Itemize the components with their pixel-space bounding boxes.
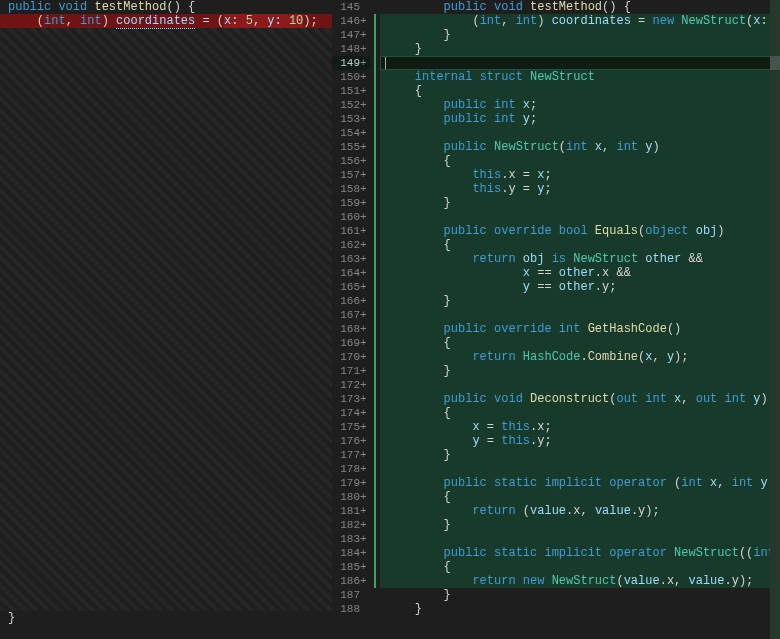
line-number[interactable]: 152+ bbox=[332, 98, 370, 112]
line-number[interactable]: 169+ bbox=[332, 336, 370, 350]
line-number[interactable]: 148+ bbox=[332, 42, 370, 56]
line-number[interactable]: 178+ bbox=[332, 462, 370, 476]
left-empty-line bbox=[0, 625, 332, 639]
added-line bbox=[380, 378, 780, 392]
diff-right-pane[interactable]: 145146+147+148+149+150+151+152+153+154+1… bbox=[332, 0, 780, 639]
diff-left-pane[interactable]: public void testMethod() { (int, int) co… bbox=[0, 0, 332, 639]
added-line: { bbox=[380, 154, 780, 168]
added-line: y = this.y; bbox=[380, 434, 780, 448]
added-line: this.x = x; bbox=[380, 168, 780, 182]
code-line: public void testMethod() { bbox=[380, 0, 780, 14]
added-line: { bbox=[380, 336, 780, 350]
added-line: public void Deconstruct(out int x, out i… bbox=[380, 392, 780, 406]
line-number[interactable]: 156+ bbox=[332, 154, 370, 168]
added-line: internal struct NewStruct bbox=[380, 70, 780, 84]
line-number[interactable]: 164+ bbox=[332, 266, 370, 280]
added-line: } bbox=[380, 518, 780, 532]
line-number[interactable]: 165+ bbox=[332, 280, 370, 294]
added-line: return (value.x, value.y); bbox=[380, 504, 780, 518]
code-area[interactable]: public void testMethod() { (int, int) co… bbox=[380, 0, 780, 639]
added-line bbox=[380, 210, 780, 224]
line-number[interactable]: 170+ bbox=[332, 350, 370, 364]
added-line: y == other.y; bbox=[380, 280, 780, 294]
added-line: public static implicit operator (int x, … bbox=[380, 476, 780, 490]
line-number[interactable]: 146+ bbox=[332, 14, 370, 28]
added-line: { bbox=[380, 406, 780, 420]
added-line: public NewStruct(int x, int y) bbox=[380, 140, 780, 154]
added-line bbox=[380, 532, 780, 546]
line-number[interactable]: 157+ bbox=[332, 168, 370, 182]
added-line: } bbox=[380, 42, 780, 56]
added-line: x = this.x; bbox=[380, 420, 780, 434]
line-number[interactable]: 172+ bbox=[332, 378, 370, 392]
diff-view[interactable]: public void testMethod() { (int, int) co… bbox=[0, 0, 780, 639]
left-code-line-bottom: } bbox=[0, 611, 332, 625]
line-number[interactable]: 160+ bbox=[332, 210, 370, 224]
added-line bbox=[380, 308, 780, 322]
added-line: public override bool Equals(object obj) bbox=[380, 224, 780, 238]
line-number[interactable]: 181+ bbox=[332, 504, 370, 518]
added-line: this.y = y; bbox=[380, 182, 780, 196]
text-cursor bbox=[385, 57, 386, 69]
line-number[interactable]: 153+ bbox=[332, 112, 370, 126]
line-number[interactable]: 162+ bbox=[332, 238, 370, 252]
added-line: } bbox=[380, 294, 780, 308]
code-line: } bbox=[380, 602, 780, 616]
line-number[interactable]: 158+ bbox=[332, 182, 370, 196]
line-number[interactable]: 176+ bbox=[332, 434, 370, 448]
overview-ruler[interactable] bbox=[770, 0, 780, 639]
line-number[interactable]: 171+ bbox=[332, 364, 370, 378]
line-number[interactable]: 174+ bbox=[332, 406, 370, 420]
added-line: } bbox=[380, 28, 780, 42]
line-number-gutter[interactable]: 145146+147+148+149+150+151+152+153+154+1… bbox=[332, 0, 374, 639]
added-line: { bbox=[380, 490, 780, 504]
line-number[interactable]: 188 bbox=[332, 602, 370, 616]
added-line bbox=[380, 462, 780, 476]
line-number[interactable]: 149+ bbox=[332, 56, 370, 70]
added-line: } bbox=[380, 448, 780, 462]
line-number[interactable]: 183+ bbox=[332, 532, 370, 546]
left-code-line: public void testMethod() { bbox=[0, 0, 332, 14]
line-number[interactable]: 154+ bbox=[332, 126, 370, 140]
added-line bbox=[380, 56, 780, 70]
line-number[interactable]: 179+ bbox=[332, 476, 370, 490]
added-line: { bbox=[380, 560, 780, 574]
line-number[interactable]: 173+ bbox=[332, 392, 370, 406]
added-line: public int x; bbox=[380, 98, 780, 112]
line-number[interactable]: 150+ bbox=[332, 70, 370, 84]
line-number[interactable]: 182+ bbox=[332, 518, 370, 532]
added-line: { bbox=[380, 238, 780, 252]
line-number[interactable]: 168+ bbox=[332, 322, 370, 336]
left-removed-line: (int, int) coordinates = (x: 5, y: 10); bbox=[0, 14, 332, 28]
added-line: public int y; bbox=[380, 112, 780, 126]
line-number[interactable]: 163+ bbox=[332, 252, 370, 266]
line-number[interactable]: 177+ bbox=[332, 448, 370, 462]
line-number[interactable]: 161+ bbox=[332, 224, 370, 238]
line-number[interactable]: 151+ bbox=[332, 84, 370, 98]
line-number[interactable]: 186+ bbox=[332, 574, 370, 588]
code-line: } bbox=[380, 588, 780, 602]
line-number[interactable]: 187 bbox=[332, 588, 370, 602]
added-line: x == other.x && bbox=[380, 266, 780, 280]
added-line: return new NewStruct(value.x, value.y); bbox=[380, 574, 780, 588]
line-number[interactable]: 180+ bbox=[332, 490, 370, 504]
line-number[interactable]: 159+ bbox=[332, 196, 370, 210]
added-line bbox=[380, 126, 780, 140]
added-line: return HashCode.Combine(x, y); bbox=[380, 350, 780, 364]
added-line: { bbox=[380, 84, 780, 98]
line-number[interactable]: 184+ bbox=[332, 546, 370, 560]
line-number[interactable]: 155+ bbox=[332, 140, 370, 154]
line-number[interactable]: 145 bbox=[332, 0, 370, 14]
line-number[interactable]: 185+ bbox=[332, 560, 370, 574]
added-line: public override int GetHashCode() bbox=[380, 322, 780, 336]
added-line: } bbox=[380, 364, 780, 378]
added-line: return obj is NewStruct other && bbox=[380, 252, 780, 266]
added-line: } bbox=[380, 196, 780, 210]
line-number[interactable]: 166+ bbox=[332, 294, 370, 308]
line-number[interactable]: 147+ bbox=[332, 28, 370, 42]
line-number[interactable]: 175+ bbox=[332, 420, 370, 434]
added-line: public static implicit operator NewStruc… bbox=[380, 546, 780, 560]
added-line: (int, int) coordinates = new NewStruct(x… bbox=[380, 14, 780, 28]
line-number[interactable]: 167+ bbox=[332, 308, 370, 322]
